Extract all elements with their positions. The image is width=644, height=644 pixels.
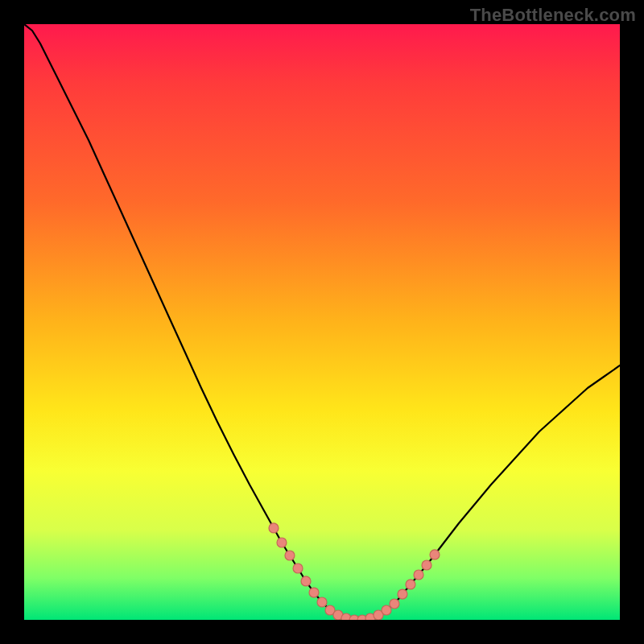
marker-dot — [430, 550, 440, 559]
marker-dot — [317, 597, 327, 607]
marker-dot — [301, 576, 311, 586]
marker-dot — [390, 599, 399, 609]
marker-dot — [293, 564, 303, 573]
highlighted-markers — [269, 523, 440, 620]
marker-dot — [269, 523, 279, 533]
chart-frame: TheBottleneck.com — [0, 0, 644, 644]
chart-svg — [24, 24, 620, 620]
watermark-label: TheBottleneck.com — [470, 5, 636, 26]
marker-dot — [285, 551, 295, 560]
marker-dot — [309, 588, 319, 597]
marker-dot — [398, 589, 407, 599]
plot-area — [24, 24, 620, 620]
bottleneck-curve-path — [24, 24, 620, 620]
marker-dot — [422, 560, 431, 570]
marker-dot — [414, 570, 423, 580]
marker-dot — [277, 538, 287, 547]
marker-dot — [382, 605, 391, 615]
marker-dot — [406, 580, 415, 589]
